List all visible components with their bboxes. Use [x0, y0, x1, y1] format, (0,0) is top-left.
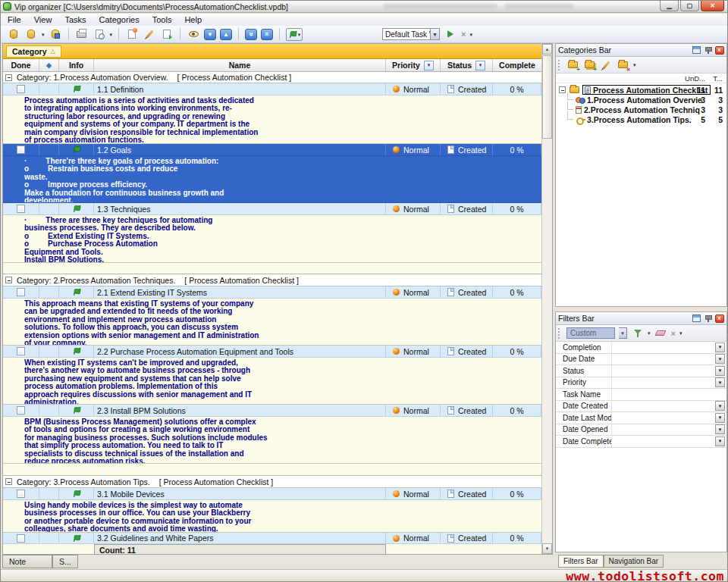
- filter-dropdown-icon[interactable]: ▼: [715, 343, 725, 352]
- toolbar-grip[interactable]: [558, 60, 561, 70]
- print-dropdown-icon[interactable]: ▾: [110, 32, 113, 37]
- task-name[interactable]: 3.2 Guidelines and White Papers: [94, 533, 386, 543]
- edit-category-icon[interactable]: [600, 59, 613, 71]
- tree-item-category-3[interactable]: 3.Process Automation Tips. 5 5: [556, 114, 726, 124]
- filter-preset-combo[interactable]: Custom: [566, 327, 615, 339]
- category-group-header[interactable]: Category: 1.Process Automation Overview.…: [3, 72, 541, 83]
- priority-filter-dropdown-icon[interactable]: ▼: [424, 61, 434, 70]
- menu-view[interactable]: View: [34, 15, 52, 24]
- tab-navigation-bar[interactable]: Navigation Bar: [604, 555, 664, 568]
- menu-file[interactable]: File: [8, 15, 21, 24]
- filter-dropdown-icon[interactable]: ▼: [715, 354, 725, 364]
- task-priority[interactable]: Normal: [386, 488, 441, 499]
- open-database-dropdown-icon[interactable]: ▾: [42, 32, 45, 37]
- apply-filter-dropdown-icon[interactable]: ▾: [648, 330, 651, 336]
- status-filter-dropdown-icon[interactable]: ▼: [475, 61, 485, 70]
- task-priority[interactable]: Normal: [386, 346, 441, 357]
- tab-note[interactable]: Note: [2, 555, 52, 568]
- column-undone[interactable]: UnD...: [685, 74, 705, 83]
- filter-value[interactable]: [612, 354, 715, 365]
- menu-categories[interactable]: Categories: [99, 15, 140, 24]
- task-complete[interactable]: 0 %: [493, 405, 541, 416]
- clear-filter-icon[interactable]: [654, 327, 667, 340]
- pin-panel-icon[interactable]: [703, 45, 713, 55]
- collapse-icon[interactable]: [5, 277, 12, 283]
- close-button[interactable]: ✕: [701, 1, 724, 11]
- move-down-icon[interactable]: ▼: [204, 29, 216, 40]
- column-attachment[interactable]: ◆: [39, 59, 59, 71]
- filter-value[interactable]: [612, 412, 715, 424]
- done-checkbox[interactable]: [17, 288, 25, 296]
- task-complete[interactable]: 0 %: [493, 83, 541, 95]
- hide-completed-icon[interactable]: [187, 27, 200, 41]
- task-row-selected[interactable]: 1.2 Goals Normal Created 0 %: [3, 144, 541, 156]
- clear-view-icon[interactable]: ×: [461, 30, 466, 39]
- filter-preset-dropdown-icon[interactable]: ▼: [619, 327, 627, 339]
- task-name[interactable]: 3.1 Mobile Devices: [94, 488, 386, 499]
- delete-category-icon[interactable]: ×: [617, 59, 629, 71]
- task-name[interactable]: 2.3 Install BPM Solutions: [94, 405, 386, 416]
- filter-value[interactable]: [612, 377, 715, 389]
- task-priority[interactable]: Normal: [386, 144, 441, 155]
- toolbar-grip[interactable]: [558, 328, 561, 339]
- filter-dropdown-icon[interactable]: ▼: [715, 436, 725, 446]
- task-name[interactable]: 1.1 Definition: [94, 83, 386, 95]
- new-task-icon[interactable]: [125, 27, 139, 41]
- column-complete[interactable]: Complete: [493, 59, 541, 71]
- task-name[interactable]: 2.2 Purchase Process Automation Equipmen…: [94, 346, 386, 357]
- task-description[interactable]: When existing IT systems can't be improv…: [3, 358, 541, 405]
- filter-dropdown-icon[interactable]: ▼: [715, 377, 725, 387]
- task-description[interactable]: This approach means that existing IT sys…: [3, 299, 541, 346]
- task-row[interactable]: 2.1 Extend Existing IT Systems Normal Cr…: [3, 286, 541, 299]
- undock-panel-icon[interactable]: [692, 45, 701, 55]
- column-total[interactable]: T...: [713, 74, 723, 83]
- flag-filter-icon[interactable]: ▾: [286, 28, 303, 41]
- new-subcategory-icon[interactable]: +: [583, 59, 596, 71]
- new-database-icon[interactable]: [7, 27, 20, 41]
- task-view-combo[interactable]: Default Task V: [382, 28, 431, 40]
- collapse-icon[interactable]: [559, 86, 566, 93]
- apply-view-icon[interactable]: [444, 27, 457, 41]
- task-description[interactable]: Process automation is a series of activi…: [3, 95, 541, 144]
- collapse-icon[interactable]: [5, 478, 12, 485]
- scroll-up-icon[interactable]: ▲: [542, 44, 552, 55]
- task-row[interactable]: 1.3 Techniques Normal Created 0 %: [3, 203, 541, 215]
- move-bottom-icon[interactable]: »: [245, 29, 257, 40]
- close-panel-icon[interactable]: x: [714, 45, 724, 55]
- filter-value[interactable]: [612, 436, 715, 447]
- print-icon[interactable]: [75, 27, 89, 41]
- task-row[interactable]: 3.1 Mobile Devices Normal Created 0 %: [3, 488, 541, 500]
- done-checkbox[interactable]: [17, 534, 25, 543]
- done-checkbox[interactable]: [17, 146, 25, 154]
- tree-item-checklist-root[interactable]: Process Automation Checklist 11 11: [556, 85, 726, 95]
- task-row[interactable]: 2.2 Purchase Process Automation Equipmen…: [3, 346, 541, 358]
- column-info[interactable]: Info: [59, 59, 94, 71]
- complete-task-icon[interactable]: [160, 27, 174, 41]
- task-status[interactable]: Created: [441, 144, 493, 155]
- done-checkbox[interactable]: [17, 205, 25, 213]
- undock-panel-icon[interactable]: [692, 314, 701, 323]
- filter-value[interactable]: [612, 424, 715, 436]
- task-complete[interactable]: 0 %: [493, 346, 541, 357]
- done-checkbox[interactable]: [17, 85, 25, 93]
- menu-help[interactable]: Help: [184, 15, 202, 24]
- task-status[interactable]: Created: [441, 346, 493, 357]
- filter-dropdown-icon[interactable]: ▼: [715, 413, 725, 423]
- task-priority[interactable]: Normal: [386, 83, 441, 95]
- task-priority[interactable]: Normal: [386, 405, 441, 416]
- menu-tasks[interactable]: Tasks: [64, 15, 86, 24]
- move-top-icon[interactable]: »: [261, 29, 273, 40]
- filter-dropdown-icon[interactable]: ▼: [715, 366, 725, 376]
- task-status[interactable]: Created: [441, 405, 493, 416]
- move-up-icon[interactable]: ▲: [220, 29, 232, 40]
- task-row[interactable]: 3.2 Guidelines and White Papers Normal C…: [3, 533, 541, 544]
- task-row[interactable]: 1.1 Definition Normal Created 0 %: [3, 83, 541, 95]
- new-category-icon[interactable]: +: [566, 59, 579, 71]
- column-priority[interactable]: Priority▼: [386, 59, 441, 71]
- task-status[interactable]: Created: [441, 83, 493, 95]
- task-description-selected[interactable]: · There're three key goals of process au…: [3, 156, 541, 203]
- task-status[interactable]: Created: [441, 533, 493, 543]
- task-priority[interactable]: Normal: [386, 286, 441, 298]
- task-description[interactable]: Using handy mobile devices is the simple…: [3, 500, 541, 533]
- save-database-icon[interactable]: [49, 27, 62, 41]
